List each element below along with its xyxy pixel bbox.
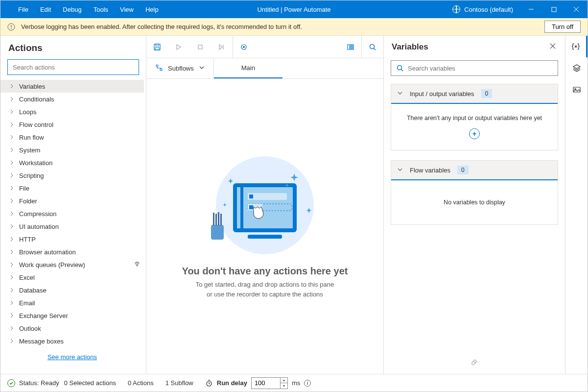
action-label: Flow control — [19, 121, 53, 128]
action-category-workstation[interactable]: Workstation — [0, 156, 144, 169]
subflow-icon — [155, 64, 163, 73]
svg-rect-10 — [198, 45, 202, 49]
canvas-empty-state: You don't have any actions here yet To g… — [146, 79, 383, 374]
info-icon — [7, 23, 15, 31]
variables-tool-button[interactable] — [565, 36, 588, 57]
flow-variables-section: Flow variables 0 No variables to display — [391, 160, 558, 225]
menu-edit[interactable]: Edit — [34, 2, 57, 17]
run-delay-down[interactable]: ▼ — [281, 383, 287, 389]
action-category-folder[interactable]: Folder — [0, 195, 144, 207]
io-variables-header[interactable]: Input / output variables 0 — [391, 84, 558, 104]
action-label: Message boxes — [19, 338, 64, 345]
close-panel-button[interactable] — [546, 39, 559, 55]
window-minimize[interactable] — [520, 0, 542, 18]
action-label: Run flow — [19, 134, 44, 141]
action-category-excel[interactable]: Excel — [0, 271, 144, 284]
svg-rect-14 — [348, 45, 350, 49]
variables-search[interactable] — [391, 60, 558, 76]
action-category-compression[interactable]: Compression — [0, 207, 144, 220]
action-category-loops[interactable]: Loops — [0, 105, 144, 118]
menu-help[interactable]: Help — [140, 2, 165, 17]
action-category-database[interactable]: Database — [0, 284, 144, 296]
stop-button[interactable] — [189, 36, 211, 58]
chevron-right-icon — [9, 109, 14, 114]
chevron-right-icon — [9, 300, 14, 305]
svg-rect-42 — [573, 87, 580, 92]
chevron-right-icon — [9, 326, 14, 331]
window-close[interactable] — [565, 0, 588, 18]
environment-selector[interactable]: Contoso (default) — [446, 5, 520, 13]
action-category-run-flow[interactable]: Run flow — [0, 131, 144, 144]
variables-search-input[interactable] — [408, 65, 553, 72]
subflows-label: Subflows — [168, 65, 194, 72]
menu-debug[interactable]: Debug — [57, 2, 87, 17]
action-category-email[interactable]: Email — [0, 296, 144, 309]
menu-tools[interactable]: Tools — [88, 2, 114, 17]
svg-line-39 — [473, 361, 475, 363]
chevron-right-icon — [9, 237, 14, 242]
chevron-right-icon — [9, 275, 14, 280]
chevron-right-icon — [9, 97, 14, 101]
images-tool-button[interactable] — [565, 79, 588, 100]
variables-title: Variables — [392, 42, 428, 52]
window-maximize[interactable] — [542, 0, 565, 18]
action-category-system[interactable]: System — [0, 144, 144, 156]
subflows-dropdown[interactable]: Subflows — [146, 58, 214, 78]
run-delay-up[interactable]: ▲ — [281, 378, 287, 383]
chevron-right-icon — [9, 84, 14, 89]
action-category-outlook[interactable]: Outlook — [0, 322, 144, 335]
chevron-right-icon — [9, 122, 14, 127]
action-label: Scripting — [19, 172, 44, 179]
action-category-scripting[interactable]: Scripting — [0, 169, 144, 182]
ui-elements-button[interactable] — [340, 36, 361, 58]
flow-variables-header[interactable]: Flow variables 0 — [391, 161, 558, 180]
actions-count: 0 Actions — [128, 379, 154, 387]
action-category-http[interactable]: HTTP — [0, 233, 144, 245]
chevron-right-icon — [9, 173, 14, 178]
chevron-down-icon — [397, 167, 403, 174]
run-delay-label: Run delay — [217, 379, 247, 387]
action-category-file[interactable]: File — [0, 182, 144, 195]
tab-main[interactable]: Main — [214, 58, 282, 78]
action-category-message-boxes[interactable]: Message boxes — [0, 335, 144, 347]
save-button[interactable] — [146, 36, 168, 58]
eraser-icon[interactable] — [470, 357, 479, 367]
action-category-ui-automation[interactable]: UI automation — [0, 220, 144, 233]
actions-search-input[interactable] — [13, 64, 134, 71]
window-title: Untitled | Power Automate — [257, 6, 330, 13]
action-category-work-queues[interactable]: Work queues (Preview) — [0, 258, 144, 271]
search-icon — [396, 64, 404, 72]
action-category-browser-automation[interactable]: Browser automation — [0, 245, 144, 258]
action-label: Variables — [19, 83, 45, 90]
add-io-variable-button[interactable]: + — [469, 128, 480, 139]
svg-point-19 — [156, 65, 158, 67]
recorder-button[interactable] — [233, 36, 255, 58]
ui-elements-tool-button[interactable] — [565, 57, 588, 79]
action-category-flow-control[interactable]: Flow control — [0, 118, 144, 131]
actions-list[interactable]: Variables Conditionals Loops Flow contro… — [0, 80, 146, 374]
globe-icon — [452, 5, 460, 13]
turn-off-button[interactable]: Turn off — [544, 21, 581, 33]
chevron-right-icon — [9, 135, 14, 140]
info-icon[interactable]: i — [304, 380, 311, 387]
action-category-exchange-server[interactable]: Exchange Server — [0, 309, 144, 322]
menu-view[interactable]: View — [114, 2, 140, 17]
run-delay-input[interactable] — [251, 377, 281, 389]
see-more-actions-link[interactable]: See more actions — [0, 347, 144, 367]
action-category-conditionals[interactable]: Conditionals — [0, 93, 144, 105]
variables-panel: Variables Input / output variables 0 The… — [384, 36, 565, 374]
step-button[interactable] — [211, 36, 233, 58]
flow-empty-text: No variables to display — [444, 199, 505, 206]
run-button[interactable] — [168, 36, 189, 58]
search-flow-button[interactable] — [362, 36, 383, 58]
action-label: UI automation — [19, 223, 59, 230]
action-label: Compression — [19, 210, 57, 218]
chevron-down-icon — [397, 90, 403, 98]
svg-rect-30 — [248, 235, 282, 239]
menu-file[interactable]: File — [12, 2, 34, 17]
actions-search[interactable] — [7, 59, 139, 75]
svg-rect-15 — [351, 45, 352, 49]
action-category-variables[interactable]: Variables — [0, 80, 144, 93]
svg-line-18 — [374, 48, 376, 50]
action-label: Exchange Server — [19, 312, 68, 319]
